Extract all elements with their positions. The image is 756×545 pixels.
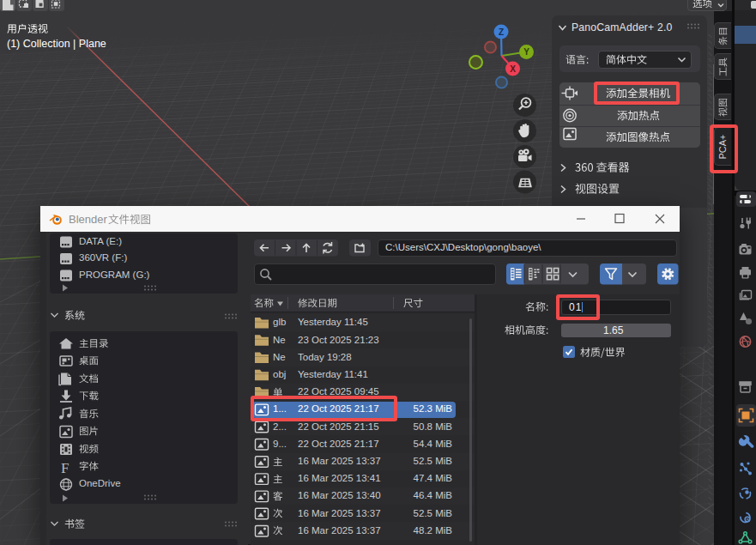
svg-text:F: F bbox=[61, 459, 69, 475]
svg-text:Y: Y bbox=[523, 47, 529, 57]
svg-text:Z: Z bbox=[499, 27, 504, 37]
svg-text:X: X bbox=[510, 64, 516, 74]
